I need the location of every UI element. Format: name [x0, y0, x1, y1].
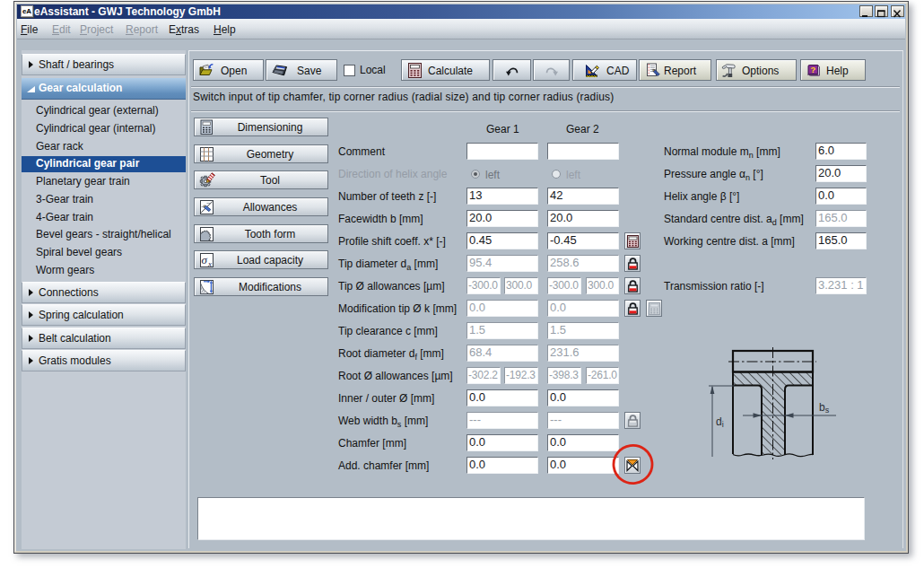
svg-text:x: x	[207, 259, 212, 268]
svg-text:bs: bs	[819, 401, 830, 415]
svg-text:σ: σ	[202, 253, 208, 267]
svg-text:di: di	[716, 415, 724, 429]
svg-text:?: ?	[811, 65, 816, 74]
